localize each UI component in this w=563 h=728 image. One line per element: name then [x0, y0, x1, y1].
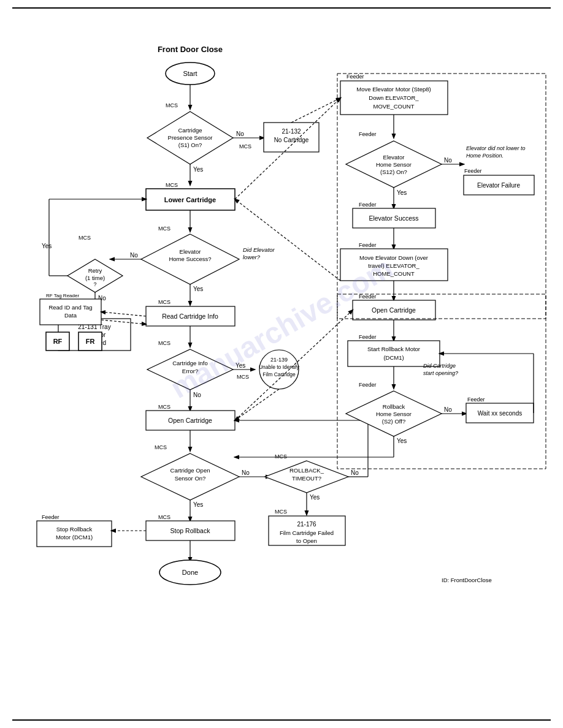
svg-text:MCS: MCS	[275, 453, 287, 460]
svg-text:Yes: Yes	[236, 362, 245, 369]
svg-text:Move Elevator Down (over: Move Elevator Down (over	[359, 254, 428, 261]
svg-text:Yes: Yes	[42, 243, 52, 249]
svg-text:Open Cartridge: Open Cartridge	[372, 306, 416, 314]
svg-line-174	[235, 389, 279, 420]
svg-text:Done: Done	[182, 569, 198, 576]
svg-text:MCS: MCS	[158, 226, 170, 232]
svg-text:Feeder: Feeder	[359, 382, 377, 388]
svg-text:Lower Cartridge: Lower Cartridge	[164, 196, 216, 203]
svg-text:Feeder: Feeder	[464, 168, 482, 174]
svg-text:FR: FR	[86, 338, 95, 345]
svg-text:Read ID and Tag: Read ID and Tag	[48, 304, 92, 311]
svg-text:Stop Rollback: Stop Rollback	[56, 526, 93, 533]
svg-text:MOVE_COUNT: MOVE_COUNT	[373, 103, 414, 110]
svg-text:MCS: MCS	[79, 235, 91, 241]
svg-text:MCS: MCS	[155, 444, 167, 450]
svg-text:Elevator did not lower to: Elevator did not lower to	[466, 145, 526, 151]
svg-text:to Open: to Open	[296, 537, 317, 544]
svg-text:Retry: Retry	[88, 267, 102, 274]
svg-text:travel) ELEVATOR_: travel) ELEVATOR_	[368, 262, 419, 269]
svg-text:Cartridge: Cartridge	[178, 127, 202, 134]
svg-text:Feeder: Feeder	[359, 242, 377, 248]
svg-text:MCS: MCS	[158, 514, 170, 520]
svg-text:No: No	[444, 157, 452, 164]
svg-text:Film Cartridge: Film Cartridge	[262, 371, 296, 377]
svg-text:No: No	[444, 406, 452, 413]
page: manuarchive.com Front Door Close Start M…	[0, 0, 563, 728]
svg-line-171	[291, 98, 340, 123]
svg-line-54	[101, 312, 146, 316]
svg-text:MCS: MCS	[166, 182, 178, 188]
svg-text:Front Door Close: Front Door Close	[158, 45, 223, 54]
svg-text:Cartridge Info: Cartridge Info	[172, 360, 208, 366]
svg-text:Film Cartridge Failed: Film Cartridge Failed	[280, 529, 334, 536]
svg-text:RF: RF	[53, 338, 63, 345]
svg-text:ROLLBACK_: ROLLBACK_	[289, 467, 324, 474]
svg-text:MCS: MCS	[158, 404, 170, 410]
svg-line-172	[235, 199, 340, 281]
top-border	[12, 7, 551, 9]
svg-text:Data: Data	[64, 312, 77, 319]
svg-text:Elevator Success: Elevator Success	[369, 214, 418, 222]
svg-text:21-176: 21-176	[297, 521, 316, 528]
svg-text:No: No	[193, 392, 201, 398]
svg-text:Down ELEVATOR_: Down ELEVATOR_	[369, 94, 419, 101]
svg-text:Unable to Identify: Unable to Identify	[259, 364, 300, 370]
svg-text:Start: Start	[183, 70, 197, 77]
svg-text:No Cartridge: No Cartridge	[274, 137, 309, 143]
svg-text:Error?: Error?	[182, 368, 198, 374]
svg-text:No: No	[236, 131, 244, 137]
svg-text:Open Cartridge: Open Cartridge	[168, 417, 212, 424]
svg-text:Feeder: Feeder	[359, 202, 377, 208]
svg-text:21-139: 21-139	[270, 357, 288, 363]
svg-text:(S1) On?: (S1) On?	[178, 142, 202, 148]
svg-text:No: No	[130, 252, 138, 259]
svg-text:lower?: lower?	[243, 254, 261, 260]
svg-text:Yes: Yes	[310, 494, 320, 501]
svg-text:Stop Rollback: Stop Rollback	[170, 527, 211, 534]
svg-text:MCS: MCS	[237, 374, 249, 380]
svg-text:Yes: Yes	[397, 189, 407, 196]
svg-text:Feeder: Feeder	[359, 334, 377, 340]
svg-text:Cartridge Open: Cartridge Open	[170, 467, 210, 474]
svg-text:Motor (DCM1): Motor (DCM1)	[56, 534, 93, 540]
svg-text:Did Cartridge: Did Cartridge	[423, 363, 456, 369]
svg-text:RF Tag Reader: RF Tag Reader	[46, 293, 79, 298]
svg-text:(S12) On?: (S12) On?	[380, 169, 407, 175]
svg-text:Presence Sensor: Presence Sensor	[168, 134, 213, 141]
svg-text:Move Elevator Motor (Step8): Move Elevator Motor (Step8)	[356, 86, 431, 93]
svg-text:Elevator: Elevator	[180, 248, 201, 255]
svg-text:?: ?	[93, 281, 96, 287]
svg-text:Did Elevator: Did Elevator	[243, 246, 275, 253]
svg-text:MCS: MCS	[275, 509, 287, 515]
svg-text:MCS: MCS	[166, 102, 178, 108]
svg-text:Start Rollback Motor: Start Rollback Motor	[367, 346, 420, 352]
svg-text:MCS: MCS	[158, 340, 170, 346]
svg-text:No: No	[351, 469, 359, 476]
svg-text:MCS: MCS	[239, 143, 251, 150]
svg-text:Home Success?: Home Success?	[169, 256, 211, 262]
bottom-border	[12, 719, 551, 721]
svg-text:Feeder: Feeder	[347, 74, 364, 80]
svg-text:start opening?: start opening?	[423, 370, 458, 376]
svg-text:Elevator: Elevator	[383, 154, 405, 161]
svg-text:MCS: MCS	[158, 299, 170, 305]
svg-text:Feeder: Feeder	[42, 514, 59, 520]
svg-text:Elevator Failure: Elevator Failure	[477, 182, 520, 189]
svg-text:Yes: Yes	[397, 438, 407, 444]
svg-text:Home Position.: Home Position.	[466, 153, 504, 159]
svg-text:(DCM1): (DCM1)	[383, 354, 404, 361]
svg-text:Wait xx seconds: Wait xx seconds	[478, 410, 522, 417]
svg-text:Home Sensor: Home Sensor	[376, 161, 412, 168]
svg-text:Yes: Yes	[193, 501, 203, 508]
svg-text:Feeder: Feeder	[467, 396, 485, 403]
svg-text:No: No	[242, 469, 250, 476]
svg-text:Home Sensor: Home Sensor	[376, 411, 412, 417]
svg-text:Read Cartridge Info: Read Cartridge Info	[162, 313, 218, 320]
svg-text:Yes: Yes	[193, 166, 203, 173]
svg-text:Sensor On?: Sensor On?	[175, 475, 206, 482]
svg-text:21-132: 21-132	[282, 128, 301, 135]
svg-text:Yes: Yes	[193, 286, 203, 292]
svg-text:(S2) Off?: (S2) Off?	[382, 418, 405, 425]
svg-text:(1 time): (1 time)	[85, 275, 105, 281]
